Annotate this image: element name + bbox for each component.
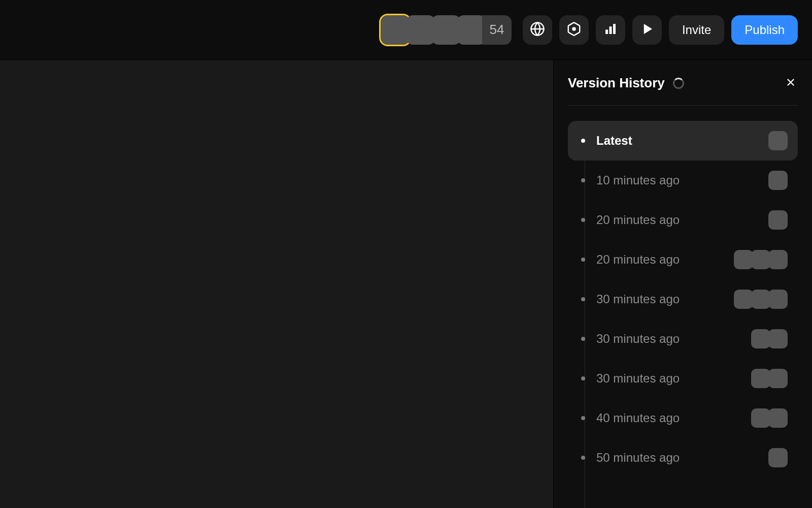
author-avatar xyxy=(734,250,753,269)
version-history-item[interactable]: 30 minutes ago xyxy=(568,359,798,398)
version-history-item[interactable]: 40 minutes ago xyxy=(568,398,798,438)
author-avatar xyxy=(768,329,788,348)
preview-button[interactable] xyxy=(632,15,662,45)
version-authors xyxy=(751,369,788,388)
author-avatar xyxy=(751,408,770,428)
globe-icon xyxy=(530,21,545,39)
author-avatar xyxy=(734,290,753,309)
version-timestamp: 20 minutes ago xyxy=(596,252,680,267)
version-authors xyxy=(768,210,788,230)
author-avatar xyxy=(768,290,788,309)
version-authors xyxy=(751,408,788,428)
author-avatar xyxy=(768,408,788,428)
timeline-dot-icon xyxy=(581,456,585,460)
version-authors xyxy=(768,131,788,150)
version-history-item[interactable]: 20 minutes ago xyxy=(568,200,798,240)
panel-title: Version History xyxy=(568,75,665,91)
author-avatar xyxy=(768,171,788,190)
version-timestamp: 30 minutes ago xyxy=(596,371,680,386)
top-bar: 54 Invite Publish xyxy=(0,0,812,60)
version-timestamp: 50 minutes ago xyxy=(596,451,680,465)
version-history-item[interactable]: 50 minutes ago xyxy=(568,438,798,478)
svg-point-1 xyxy=(572,27,576,31)
timeline-dot-icon xyxy=(581,297,585,301)
version-timestamp: 30 minutes ago xyxy=(596,292,680,306)
globe-button[interactable] xyxy=(523,15,552,45)
author-avatar xyxy=(751,369,770,388)
hexagon-icon xyxy=(566,21,582,39)
version-authors xyxy=(768,448,788,467)
component-button[interactable] xyxy=(559,15,589,45)
author-avatar xyxy=(751,250,770,269)
loading-spinner-icon xyxy=(673,78,684,89)
version-history-item[interactable]: 30 minutes ago xyxy=(568,279,798,319)
timeline-dot-icon xyxy=(581,337,585,341)
author-avatar xyxy=(768,250,788,269)
version-authors xyxy=(734,290,788,309)
panel-header: Version History xyxy=(568,75,798,106)
analytics-button[interactable] xyxy=(596,15,625,45)
svg-rect-2 xyxy=(605,29,608,34)
author-avatar xyxy=(768,131,788,150)
version-authors xyxy=(751,329,788,348)
version-authors xyxy=(734,250,788,269)
timeline-dot-icon xyxy=(581,376,585,380)
author-avatar xyxy=(751,290,770,309)
svg-rect-3 xyxy=(609,26,612,34)
author-avatar xyxy=(751,329,770,348)
version-timestamp: 30 minutes ago xyxy=(596,332,680,346)
svg-rect-4 xyxy=(613,24,616,34)
play-icon xyxy=(639,21,655,39)
timeline-dot-icon xyxy=(581,218,585,222)
timeline-dot-icon xyxy=(581,416,585,420)
timeline-dot-icon xyxy=(581,258,585,262)
version-history-item[interactable]: Latest xyxy=(568,121,798,161)
presence-overflow-count[interactable]: 54 xyxy=(482,15,512,45)
version-history-panel: Version History Latest10 minutes ago20 m… xyxy=(553,60,812,508)
version-timestamp: 40 minutes ago xyxy=(596,411,680,425)
bar-chart-icon xyxy=(603,21,618,39)
main-area: Version History Latest10 minutes ago20 m… xyxy=(0,60,812,508)
close-icon xyxy=(785,77,796,90)
timeline-dot-icon xyxy=(581,178,585,182)
version-history-list: Latest10 minutes ago20 minutes ago20 min… xyxy=(568,121,798,508)
version-authors xyxy=(768,171,788,190)
timeline-dot-icon xyxy=(581,139,585,143)
version-history-item[interactable]: 10 minutes ago xyxy=(568,161,798,200)
version-timestamp: Latest xyxy=(596,134,632,148)
invite-button[interactable]: Invite xyxy=(669,15,724,45)
close-panel-button[interactable] xyxy=(784,76,798,90)
version-timestamp: 10 minutes ago xyxy=(596,173,680,187)
version-history-item[interactable]: 30 minutes ago xyxy=(568,319,798,359)
publish-button[interactable]: Publish xyxy=(731,15,798,45)
editor-canvas[interactable] xyxy=(0,60,553,508)
version-timestamp: 20 minutes ago xyxy=(596,213,680,227)
author-avatar xyxy=(768,210,788,230)
version-history-item[interactable]: 20 minutes ago xyxy=(568,240,798,279)
presence-avatars[interactable]: 54 xyxy=(381,15,512,45)
author-avatar xyxy=(768,369,788,388)
author-avatar xyxy=(768,448,788,467)
